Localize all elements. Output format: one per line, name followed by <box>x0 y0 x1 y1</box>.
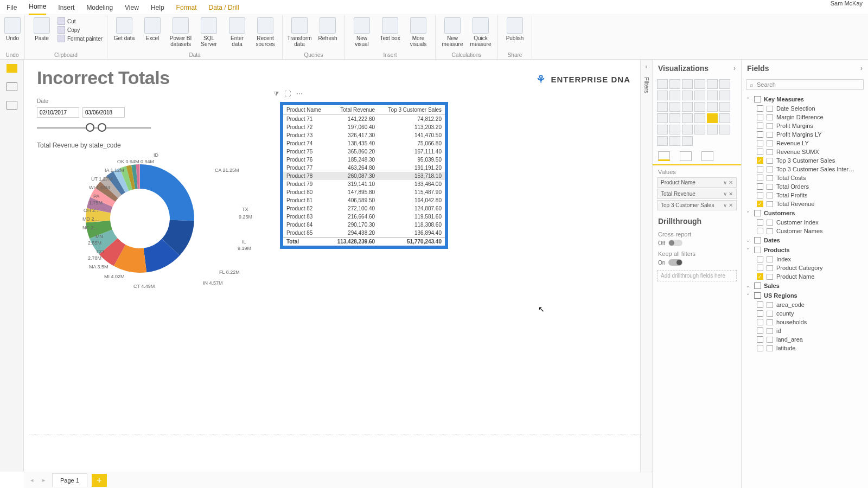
publish-button[interactable]: Publish <box>502 17 527 41</box>
menu-modeling[interactable]: Modeling <box>86 4 113 11</box>
viz-type-icon[interactable] <box>719 113 730 123</box>
viz-type-icon[interactable] <box>707 91 718 100</box>
page-tab[interactable]: Page 1 <box>52 473 87 487</box>
cut-button[interactable]: Cut <box>58 17 103 25</box>
fields-search[interactable]: ⌕ Search <box>746 79 864 90</box>
viz-type-icon[interactable] <box>657 91 668 100</box>
report-view-icon[interactable] <box>7 64 17 73</box>
field-item[interactable]: Product Category <box>745 264 865 272</box>
field-group[interactable]: ⌃Products <box>745 245 865 255</box>
more-options-icon[interactable]: ⋯ <box>296 90 303 98</box>
data-view-icon[interactable] <box>7 82 17 91</box>
viz-type-icon[interactable] <box>719 79 730 89</box>
field-item[interactable]: latitude <box>745 344 865 352</box>
viz-type-icon[interactable] <box>669 102 680 112</box>
field-group[interactable]: ⌄Sales <box>745 281 865 291</box>
viz-type-icon[interactable] <box>694 125 705 134</box>
filters-pane-collapsed[interactable]: ‹ Filters <box>640 60 652 472</box>
menu-insert[interactable]: Insert <box>58 4 74 11</box>
menu-format[interactable]: Format <box>176 4 197 11</box>
remove-well-icon[interactable]: ∨ ✕ <box>723 202 733 208</box>
expand-filters-chevron[interactable]: ‹ <box>646 63 648 70</box>
copy-button[interactable]: Copy <box>58 26 103 34</box>
enter-data-button[interactable]: Enter data <box>225 17 250 47</box>
format-painter-button[interactable]: Format painter <box>58 35 103 42</box>
value-well[interactable]: Product Name∨ ✕ <box>657 177 737 188</box>
viz-type-icon[interactable] <box>657 125 668 134</box>
viz-type-icon[interactable] <box>682 102 693 112</box>
viz-type-icon[interactable] <box>669 113 680 123</box>
field-item[interactable]: Date Selection <box>745 104 865 113</box>
viz-type-icon[interactable] <box>694 102 705 112</box>
date-from-input[interactable] <box>37 107 79 118</box>
new-measure-button[interactable]: New measure <box>440 17 465 47</box>
transform-data-button[interactable]: Transform data <box>287 17 312 47</box>
analytics-tab-icon[interactable] <box>701 151 713 161</box>
field-item[interactable]: ✓Top 3 Customer Sales <box>745 156 865 165</box>
viz-type-icon[interactable] <box>719 102 730 112</box>
viz-type-icon[interactable] <box>657 79 668 89</box>
format-tab-icon[interactable] <box>680 151 692 161</box>
field-item[interactable]: Revenue LY <box>745 139 865 147</box>
field-item[interactable]: Customer Index <box>745 218 865 227</box>
viz-type-icon[interactable] <box>707 113 718 123</box>
drillthrough-placeholder[interactable]: Add drillthrough fields here <box>657 270 737 281</box>
recent-sources-button[interactable]: Recent sources <box>253 17 278 47</box>
viz-type-icon[interactable] <box>669 79 680 89</box>
field-group[interactable]: ⌃Customers <box>745 208 865 218</box>
add-page-button[interactable]: + <box>92 474 107 487</box>
field-item[interactable]: area_code <box>745 300 865 309</box>
field-item[interactable]: id <box>745 326 865 335</box>
viz-type-icon[interactable] <box>682 91 693 100</box>
cross-report-toggle[interactable] <box>668 240 682 246</box>
date-to-input[interactable] <box>82 107 125 118</box>
menu-home[interactable]: Home <box>29 3 46 15</box>
next-page-button[interactable]: ▸ <box>40 477 48 484</box>
report-canvas[interactable]: Incorrect Totals ⚘ ENTERPRISE DNA ⧩ ⛶ ⋯ … <box>24 60 652 472</box>
field-item[interactable]: Margin Difference <box>745 113 865 121</box>
field-item[interactable]: Revenue SUMX <box>745 147 865 156</box>
table-visual[interactable]: Product NameTotal RevenueTop 3 Customer … <box>280 102 448 249</box>
collapse-viz-chevron[interactable]: › <box>733 65 736 72</box>
date-slider[interactable] <box>37 121 151 136</box>
undo-button[interactable]: Undo <box>4 17 21 41</box>
menu-datadrill[interactable]: Data / Drill <box>209 4 239 11</box>
value-well[interactable]: Top 3 Customer Sales∨ ✕ <box>657 200 737 210</box>
field-group[interactable]: ⌄Dates <box>745 235 865 245</box>
field-item[interactable]: ✓Total Revenue <box>745 200 865 208</box>
menu-help[interactable]: Help <box>151 4 164 11</box>
viz-type-icon[interactable] <box>657 136 668 146</box>
viz-type-icon[interactable] <box>707 125 718 134</box>
more-visuals-button[interactable]: More visuals <box>406 17 431 47</box>
viz-type-icon[interactable] <box>682 136 693 146</box>
fields-tab-icon[interactable] <box>658 151 670 161</box>
model-view-icon[interactable] <box>7 101 17 110</box>
collapse-fields-chevron[interactable]: › <box>860 65 863 72</box>
viz-type-icon[interactable] <box>657 113 668 123</box>
field-group[interactable]: ⌃US Regions <box>745 291 865 300</box>
filter-icon[interactable]: ⧩ <box>273 90 279 98</box>
field-item[interactable]: ✓Product Name <box>745 272 865 281</box>
text-box-button[interactable]: Text box <box>378 17 403 41</box>
donut-chart[interactable]: IDOK 0.94M 0.94MIA 1.12MUT 1.27MWI 1.63M… <box>37 153 221 316</box>
field-item[interactable]: Profit Margins <box>745 121 865 130</box>
field-item[interactable]: Total Orders <box>745 182 865 191</box>
menu-view[interactable]: View <box>125 4 139 11</box>
field-item[interactable]: Total Costs <box>745 174 865 182</box>
field-item[interactable]: Customer Names <box>745 227 865 235</box>
viz-type-icon[interactable] <box>694 79 705 89</box>
excel-button[interactable]: Excel <box>140 17 165 41</box>
keep-filters-toggle[interactable] <box>668 259 682 266</box>
remove-well-icon[interactable]: ∨ ✕ <box>723 191 733 197</box>
viz-type-icon[interactable] <box>682 79 693 89</box>
focus-icon[interactable]: ⛶ <box>284 90 291 98</box>
viz-type-icon[interactable] <box>682 125 693 134</box>
field-item[interactable]: Top 3 Customer Sales Intermedia… <box>745 165 865 174</box>
field-item[interactable]: Index <box>745 255 865 264</box>
field-item[interactable]: households <box>745 318 865 326</box>
viz-type-icon[interactable] <box>707 79 718 89</box>
field-item[interactable]: Profit Margins LY <box>745 130 865 139</box>
field-item[interactable]: land_area <box>745 335 865 344</box>
viz-type-icon[interactable] <box>719 91 730 100</box>
get-data-button[interactable]: Get data <box>112 17 137 41</box>
